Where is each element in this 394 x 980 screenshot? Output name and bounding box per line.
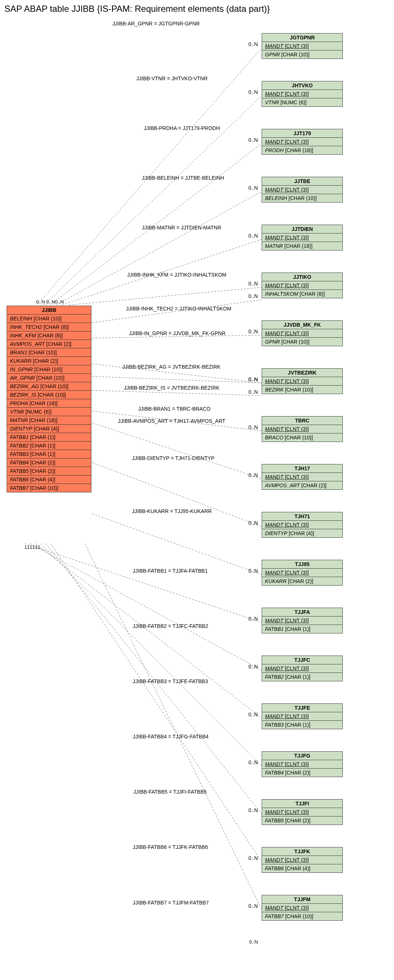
- relation-edge: [30, 544, 262, 670]
- field-row: GPNR [CHAR (10)]: [262, 51, 342, 59]
- field-row: MANDT [CLNT (3)]: [262, 856, 342, 864]
- edge-label: JJIBB-BEZIRK_IS = JVTBEZIRK-BEZIRK: [124, 385, 219, 391]
- entity-header: JJTIKO: [262, 273, 342, 282]
- field-row: MANDT [CLNT (3)]: [262, 425, 342, 433]
- field-row: MANDT [CLNT (3)]: [262, 808, 342, 816]
- edge-label: JJIBB-DIENTYP = TJH71-DIENTYP: [132, 455, 214, 461]
- cardinality-right: 0..N: [249, 759, 258, 765]
- field-row: MANDT [CLNT (3)]: [262, 664, 342, 673]
- field-row: MANDT [CLNT (3)]: [262, 760, 342, 768]
- field-row: FATBB6 [CHAR (4)]: [7, 476, 91, 484]
- entity-tjjfk: TJJFKMANDT [CLNT (3)]FATBB6 [CHAR (4)]: [262, 847, 343, 873]
- entity-header: TJJFI: [262, 800, 342, 808]
- field-row: KUKARR [CHAR (2)]: [262, 577, 342, 585]
- edge-label: JJIBB-VTNR = JHTVKO-VTNR: [136, 75, 207, 81]
- relation-edge: [85, 544, 262, 910]
- entity-main-jjibb: JJIBBBELEINH [CHAR (10)]INHK_TECH2 [CHAR…: [6, 305, 91, 492]
- entity-tjjfa: TJJFAMANDT [CLNT (3)]FATBB1 [CHAR (1)]: [262, 608, 343, 633]
- cardinality-right: 0..N: [249, 137, 258, 143]
- entity-header: TJJFK: [262, 847, 342, 856]
- cardinality-right: 0..N: [249, 233, 258, 239]
- edge-label: JJIBB-BEZIRK_AG = JVTBEZIRK-BEZIRK: [122, 364, 220, 370]
- field-row: MANDT [CLNT (3)]: [262, 569, 342, 577]
- field-row: INHK_KFM [CHAR (8)]: [7, 331, 91, 340]
- field-row: MANDT [CLNT (3)]: [262, 521, 342, 529]
- entity-jjtiko: JJTIKOMANDT [CLNT (3)]INHALTSKOM [CHAR (…: [262, 272, 343, 298]
- cardinality-right: 0..N: [249, 568, 258, 574]
- field-row: GPNR [CHAR (10)]: [262, 338, 342, 346]
- relation-edge: [92, 376, 262, 383]
- field-row: MANDT [CLNT (3)]: [262, 42, 342, 51]
- field-row: BEZIRK_AG [CHAR (10)]: [7, 382, 91, 391]
- field-row: VTNR [NUMC (6)]: [262, 98, 342, 107]
- field-row: FATBB4 [CHAR (2)]: [262, 768, 342, 777]
- cardinality-right: 0..N: [249, 520, 258, 526]
- field-row: MANDT [CLNT (3)]: [262, 473, 342, 481]
- cardinality-right: 0..N: [249, 807, 258, 813]
- field-row: MANDT [CLNT (3)]: [262, 138, 342, 146]
- field-row: BEZIRK [CHAR (10)]: [262, 386, 342, 394]
- entity-header: JJIBB: [7, 306, 91, 315]
- entity-header: JJT179: [262, 129, 342, 138]
- entity-header: TJJFE: [262, 704, 342, 712]
- field-row: FATBB6 [CHAR (4)]: [262, 864, 342, 872]
- field-row: INHK_TECH2 [CHAR (8)]: [7, 323, 91, 331]
- entity-tjjfm: TJJFMMANDT [CLNT (3)]FATBB7 [CHAR (10)]: [262, 895, 343, 921]
- field-row: AR_GPNR [CHAR (10)]: [7, 374, 91, 382]
- entity-header: JGTGPNR: [262, 33, 342, 42]
- field-row: IN_GPNR [CHAR (10)]: [7, 365, 91, 374]
- cardinality-right: 0..N: [249, 41, 258, 47]
- cardinality-right: 0..N: [249, 663, 258, 670]
- edge-label: JJIBB-FATBB4 = TJJFG-FATBB4: [133, 733, 209, 740]
- field-row: BRAN1 [CHAR (10)]: [7, 348, 91, 357]
- field-row: MANDT [CLNT (3)]: [262, 329, 342, 338]
- field-row: BELEINH [CHAR (10)]: [262, 194, 342, 202]
- entity-tjh17: TJH17MANDT [CLNT (3)]AVMPOS_ART [CHAR (2…: [262, 464, 343, 490]
- cardinality-right: 0..N: [249, 185, 258, 191]
- cardinality-label: 111111: [24, 544, 40, 550]
- field-row: VTNR [NUMC (6)]: [7, 408, 91, 416]
- cardinality-right: 0..N: [249, 281, 258, 286]
- field-row: AVMPOS_ART [CHAR (2)]: [7, 340, 91, 348]
- field-row: FATBB7 [CHAR (10)]: [262, 912, 342, 920]
- edge-label: JJIBB-BELEINH = JJTBE-BELEINH: [142, 175, 224, 181]
- cardinality-label: 0..N 0..N0..N: [36, 299, 64, 305]
- entity-jjtdien: JJTDIENMANDT [CLNT (3)]MATNR [CHAR (18)]: [262, 225, 343, 250]
- cardinality-label: 0..N: [249, 939, 258, 945]
- edge-label: JJIBB-FATBB6 = TJJFK-FATBB6: [133, 844, 208, 850]
- entity-tjjfc: TJJFCMANDT [CLNT (3)]FATBB2 [CHAR (1)]: [262, 655, 343, 681]
- relation-edge: [56, 191, 262, 305]
- cardinality-right: 0..N: [249, 89, 258, 95]
- edge-label: JJIBB-IN_GPNR = JJVDB_MK_FK-GPNR: [129, 330, 226, 336]
- cardinality-right: 0..N: [249, 293, 258, 299]
- field-row: MANDT [CLNT (3)]: [262, 617, 342, 625]
- entity-header: JJTDIEN: [262, 225, 342, 234]
- cardinality-right: 0..N: [249, 472, 258, 478]
- entity-tjjfe: TJJFEMANDT [CLNT (3)]FATBB3 [CHAR (1)]: [262, 703, 343, 729]
- entity-jvtbezirk: JVTBEZIRKMANDT [CLNT (3)]BEZIRK [CHAR (1…: [262, 368, 343, 394]
- entity-tjh71: TJH71MANDT [CLNT (3)]DIENTYP [CHAR (4)]: [262, 512, 343, 538]
- cardinality-right: 0..N: [249, 424, 258, 430]
- field-row: FATBB1 [CHAR (1)]: [262, 625, 342, 633]
- cardinality-right: 0..N: [249, 329, 258, 334]
- field-row: FATBB1 [CHAR (1)]: [7, 433, 91, 442]
- field-row: KUKARR [CHAR (2)]: [7, 357, 91, 365]
- entity-header: TJJFM: [262, 895, 342, 904]
- edge-label: JJIBB-PRDHA = JJT179-PRODH: [144, 125, 220, 131]
- relation-edge: [69, 287, 262, 305]
- entity-tjj95: TJJ95MANDT [CLNT (3)]KUKARR [CHAR (2)]: [262, 560, 343, 585]
- cardinality-right: 0..N: [249, 711, 258, 718]
- relation-edge: [92, 423, 262, 479]
- field-row: MANDT [CLNT (3)]: [262, 90, 342, 98]
- edge-label: JJIBB-AR_GPNR = JGTGPNR-GPNR: [112, 21, 200, 27]
- entity-header: TJH71: [262, 512, 342, 521]
- entity-tjjfg: TJJFGMANDT [CLNT (3)]FATBB4 [CHAR (2)]: [262, 751, 343, 777]
- field-row: FATBB4 [CHAR (2)]: [7, 458, 91, 467]
- field-row: FATBB2 [CHAR (1)]: [262, 673, 342, 681]
- field-row: MANDT [CLNT (3)]: [262, 904, 342, 912]
- edge-label: JJIBB-FATBB3 = TJJFE-FATBB3: [133, 678, 208, 684]
- field-row: PRDHA [CHAR (18)]: [7, 399, 91, 408]
- page-title: SAP ABAP table JJIBB {IS-PAM: Requiremen…: [5, 4, 270, 14]
- edge-label: JJIBB-KUKARR = TJJ95-KUKARR: [132, 508, 212, 514]
- field-row: MANDT [CLNT (3)]: [262, 186, 342, 194]
